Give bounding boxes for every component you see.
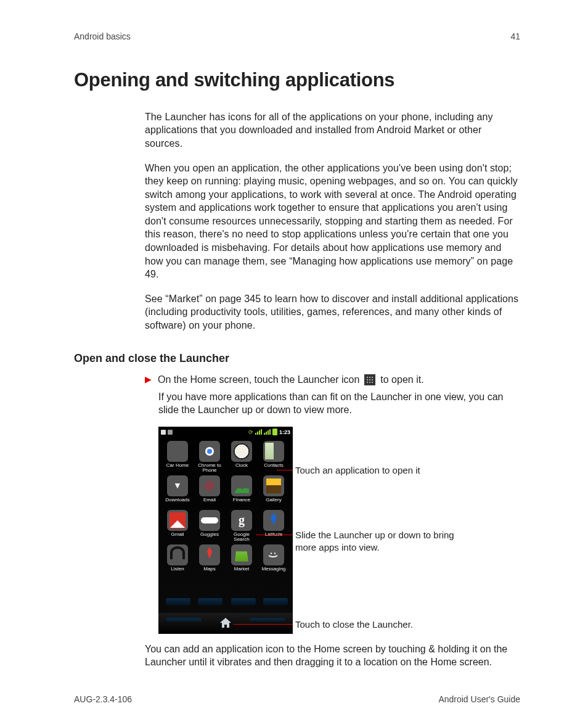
app-label: Maps: [203, 567, 216, 578]
app-label: Car Home: [166, 463, 189, 474]
partial-row: [165, 593, 287, 612]
step-text-pre: On the Home screen, touch the Launcher i…: [158, 373, 359, 387]
app-icon: Finance: [226, 475, 257, 509]
goggles-icon: [199, 510, 220, 531]
callout-leader: [234, 624, 293, 625]
maps-icon: [199, 544, 220, 565]
app-icon: Chrome to Phone: [194, 441, 225, 474]
footer-doc-title: Android User's Guide: [438, 694, 520, 705]
gmail-icon: [167, 510, 188, 531]
callout-close-launcher: Touch to close the Launcher.: [293, 618, 413, 631]
signal-icon: [255, 429, 262, 435]
callout-slide: Slide the Launcher up or down to bring m…: [293, 529, 468, 554]
app-icon: Maps: [194, 544, 225, 578]
step-bullet-icon: ▶: [145, 375, 152, 384]
app-icon: Listen: [162, 544, 193, 578]
app-icon: Google Search: [226, 510, 257, 543]
callout-open-app: Touch an application to open it: [293, 464, 420, 477]
listen-icon: [167, 544, 188, 565]
callout-leader: [256, 535, 293, 535]
paragraph-3: See “Market” on page 345 to learn how to…: [145, 292, 520, 332]
app-label: Contacts: [264, 463, 284, 474]
header-section: Android basics: [74, 31, 131, 43]
gallery-icon: [263, 475, 284, 496]
wifi-icon: [264, 429, 271, 435]
clock-icon: [231, 441, 252, 462]
battery-icon: [272, 429, 277, 435]
svg-point-4: [367, 379, 368, 380]
app-label: Gmail: [171, 532, 184, 543]
app-label: Goggles: [200, 532, 219, 543]
app-icon: Messaging: [258, 544, 289, 578]
app-label: Listen: [171, 567, 184, 578]
footer-doc-id: AUG-2.3.4-106: [74, 694, 132, 705]
app-label: Chrome to Phone: [198, 463, 221, 474]
gsearch-icon: [231, 510, 252, 531]
market-icon: [231, 544, 252, 565]
phone-statusbar: ⟳ 1:23: [158, 427, 293, 437]
phone-time: 1:23: [279, 429, 290, 436]
svg-point-5: [369, 379, 370, 380]
sync-icon: ⟳: [248, 429, 253, 436]
app-icon: Latitude: [258, 510, 289, 543]
svg-point-7: [367, 382, 368, 383]
app-icon: Contacts: [258, 441, 289, 474]
app-label: Clock: [235, 463, 248, 474]
email-icon: [199, 475, 220, 496]
svg-point-6: [372, 379, 373, 380]
app-icon: Car Home: [162, 441, 193, 474]
app-label: Market: [234, 567, 249, 578]
dl-icon: [167, 475, 188, 496]
app-label: Gallery: [266, 498, 281, 509]
app-icon: Downloads: [162, 475, 193, 509]
app-icon: Goggles: [194, 510, 225, 543]
finance-icon: [231, 475, 252, 496]
home-icon: [218, 616, 233, 631]
app-grid: Car HomeChrome to PhoneClockContactsDown…: [158, 437, 293, 578]
app-icon: Gmail: [162, 510, 193, 543]
latitude-icon: [263, 510, 284, 531]
phone-screenshot: ⟳ 1:23 Car HomeChrome to PhoneClockConta…: [158, 427, 293, 634]
svg-point-1: [367, 377, 368, 378]
svg-point-3: [372, 377, 373, 378]
after-figure-paragraph: You can add an application icon to the H…: [145, 642, 520, 669]
paragraph-2: When you open an application, the other …: [145, 162, 520, 281]
contacts-icon: [263, 441, 284, 462]
launcher-grid-icon: [364, 374, 375, 385]
page-title: Opening and switching applications: [74, 67, 520, 93]
app-icon: Clock: [226, 441, 257, 474]
step-text-post: to open it.: [380, 373, 423, 387]
header-page-number: 41: [510, 31, 520, 43]
car-icon: [167, 441, 188, 462]
callout-leader: [277, 470, 293, 470]
app-label: Downloads: [165, 498, 190, 509]
subheading: Open and close the Launcher: [74, 351, 520, 366]
phone-bottombar: [158, 613, 293, 634]
app-icon: Email: [194, 475, 225, 509]
notification-icon: [161, 430, 166, 435]
app-label: Email: [203, 498, 216, 509]
app-label: Messaging: [262, 567, 286, 578]
app-icon: Gallery: [258, 475, 289, 509]
step-line: ▶ On the Home screen, touch the Launcher…: [145, 373, 520, 387]
svg-point-9: [372, 382, 373, 383]
svg-point-2: [369, 377, 370, 378]
figure: ⟳ 1:23 Car HomeChrome to PhoneClockConta…: [158, 427, 520, 634]
msg-icon: [263, 544, 284, 565]
chrome-icon: [199, 441, 220, 462]
svg-point-8: [369, 382, 370, 383]
app-label: Finance: [233, 498, 250, 509]
app-label: Latitude: [265, 532, 282, 543]
app-label: Google Search: [234, 532, 250, 543]
step-followup: If you have more applications than can f…: [158, 390, 520, 417]
notification-icon: [168, 430, 173, 435]
paragraph-1: The Launcher has icons for all of the ap…: [145, 110, 520, 150]
app-icon: Market: [226, 544, 257, 578]
